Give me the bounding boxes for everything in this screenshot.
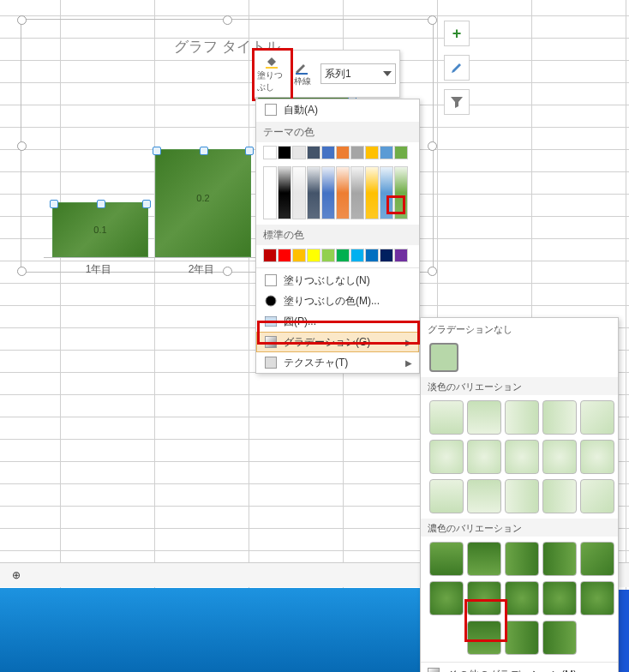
- color-tint-column[interactable]: [321, 166, 335, 219]
- dark-gradient-tile[interactable]: [542, 542, 577, 576]
- resize-handle-se[interactable]: [428, 267, 437, 276]
- dark-gradient-tile[interactable]: [542, 581, 577, 615]
- color-tint-column[interactable]: [292, 166, 306, 219]
- light-gradient-tile[interactable]: [429, 479, 464, 513]
- outline-tool[interactable]: 枠線: [290, 54, 315, 93]
- color-tint-column[interactable]: [278, 166, 291, 219]
- color-swatch[interactable]: [380, 249, 393, 262]
- series-point[interactable]: [97, 200, 105, 208]
- light-gradient-tile[interactable]: [429, 440, 464, 474]
- resize-handle-e[interactable]: [428, 141, 437, 151]
- series-dropdown[interactable]: 系列1: [320, 63, 396, 84]
- standard-color-row: [256, 245, 419, 266]
- menu-label: その他のグラデーション(M)...: [448, 668, 585, 673]
- theme-color-row: [256, 142, 419, 163]
- more-gradients[interactable]: その他のグラデーション(M)...: [421, 664, 618, 672]
- color-swatch[interactable]: [292, 146, 306, 159]
- color-swatch[interactable]: [394, 249, 408, 262]
- light-gradient-tile[interactable]: [467, 479, 501, 513]
- color-tint-column[interactable]: [350, 166, 364, 219]
- resize-handle-sw[interactable]: [17, 267, 27, 276]
- resize-handle-ne[interactable]: [428, 15, 437, 25]
- resize-handle-w[interactable]: [17, 141, 27, 151]
- color-swatch[interactable]: [380, 146, 393, 159]
- color-swatch[interactable]: [350, 146, 364, 159]
- bar-2[interactable]: 0.2: [155, 149, 251, 257]
- picture-fill[interactable]: 図(P)...: [256, 311, 419, 332]
- more-fill-colors[interactable]: 塗りつぶしの色(M)...: [256, 291, 419, 311]
- color-swatch[interactable]: [350, 249, 364, 262]
- dark-gradient-tile[interactable]: [429, 581, 464, 615]
- color-swatch[interactable]: [263, 249, 277, 262]
- light-gradient-tile[interactable]: [505, 400, 539, 435]
- dark-gradient-tile[interactable]: [505, 581, 539, 615]
- color-swatch[interactable]: [336, 146, 350, 159]
- chart-filter-button[interactable]: [444, 89, 470, 115]
- color-tint-column[interactable]: [263, 166, 277, 219]
- dark-gradient-tile[interactable]: [429, 542, 464, 576]
- texture-fill[interactable]: テクスチャ(T) ▶: [256, 352, 419, 373]
- color-tint-column[interactable]: [336, 166, 350, 219]
- menu-separator: [256, 267, 419, 268]
- dark-gradient-tile[interactable]: [467, 542, 501, 576]
- color-swatch[interactable]: [365, 249, 379, 262]
- color-swatch[interactable]: [278, 146, 291, 159]
- fill-label: 塗りつぶし: [257, 69, 288, 93]
- color-swatch[interactable]: [365, 146, 379, 159]
- series-point[interactable]: [50, 200, 58, 208]
- no-fill[interactable]: 塗りつぶしなし(N): [256, 270, 419, 291]
- light-gradient-tile[interactable]: [467, 440, 501, 474]
- dark-gradient-tile[interactable]: [467, 621, 501, 655]
- color-tint-column[interactable]: [394, 166, 408, 219]
- light-gradient-tile[interactable]: [542, 440, 577, 474]
- fill-auto[interactable]: 自動(A): [256, 99, 419, 120]
- bar-1[interactable]: 0.1: [52, 202, 148, 257]
- color-swatch[interactable]: [263, 146, 277, 159]
- light-gradient-tile[interactable]: [505, 440, 539, 474]
- series-point[interactable]: [200, 147, 208, 155]
- series-point[interactable]: [153, 147, 161, 155]
- color-swatch[interactable]: [307, 249, 320, 262]
- light-gradient-tile[interactable]: [542, 400, 577, 435]
- light-gradient-tile[interactable]: [580, 479, 614, 513]
- series-point[interactable]: [245, 147, 254, 155]
- dark-gradient-tile[interactable]: [505, 542, 539, 576]
- color-swatch[interactable]: [307, 146, 320, 159]
- chart-elements-button[interactable]: +: [444, 21, 470, 46]
- chart-styles-button[interactable]: [444, 55, 470, 81]
- color-swatch[interactable]: [394, 146, 408, 159]
- dark-gradient-tile[interactable]: [542, 621, 577, 655]
- chart-side-buttons: +: [444, 21, 470, 115]
- dark-gradient-tile[interactable]: [467, 581, 501, 615]
- series-point[interactable]: [142, 200, 151, 208]
- color-swatch[interactable]: [278, 249, 291, 262]
- light-gradient-tile[interactable]: [580, 440, 614, 474]
- dark-gradient-tile[interactable]: [580, 542, 614, 576]
- dark-gradient-tile[interactable]: [580, 581, 614, 615]
- paint-bucket-icon: [264, 55, 281, 69]
- color-tint-column[interactable]: [307, 166, 320, 219]
- new-sheet-button[interactable]: ⊕: [5, 566, 27, 585]
- light-gradient-tile[interactable]: [429, 400, 464, 435]
- gradient-fill[interactable]: グラデーション(G) ▶: [256, 332, 419, 352]
- data-label: 0.1: [53, 225, 147, 235]
- color-tint-column[interactable]: [380, 166, 393, 219]
- dark-variations-heading: 濃色のバリエーション: [421, 519, 618, 537]
- resize-handle-nw[interactable]: [17, 15, 27, 25]
- color-tint-column[interactable]: [365, 166, 379, 219]
- color-swatch[interactable]: [336, 249, 350, 262]
- light-gradient-tile[interactable]: [505, 479, 539, 513]
- color-swatch[interactable]: [321, 146, 335, 159]
- picture-icon: [263, 316, 279, 327]
- submenu-arrow-icon: ▶: [405, 358, 412, 368]
- dark-gradient-tile[interactable]: [505, 621, 539, 655]
- color-swatch[interactable]: [292, 249, 306, 262]
- light-gradient-tile[interactable]: [580, 400, 614, 435]
- fill-tool[interactable]: 塗りつぶし: [257, 54, 288, 93]
- no-gradient-tile[interactable]: [429, 343, 458, 372]
- resize-handle-n[interactable]: [223, 15, 232, 25]
- standard-colors-heading: 標準の色: [256, 225, 419, 245]
- light-gradient-tile[interactable]: [467, 400, 501, 435]
- color-swatch[interactable]: [321, 249, 335, 262]
- light-gradient-tile[interactable]: [542, 479, 577, 513]
